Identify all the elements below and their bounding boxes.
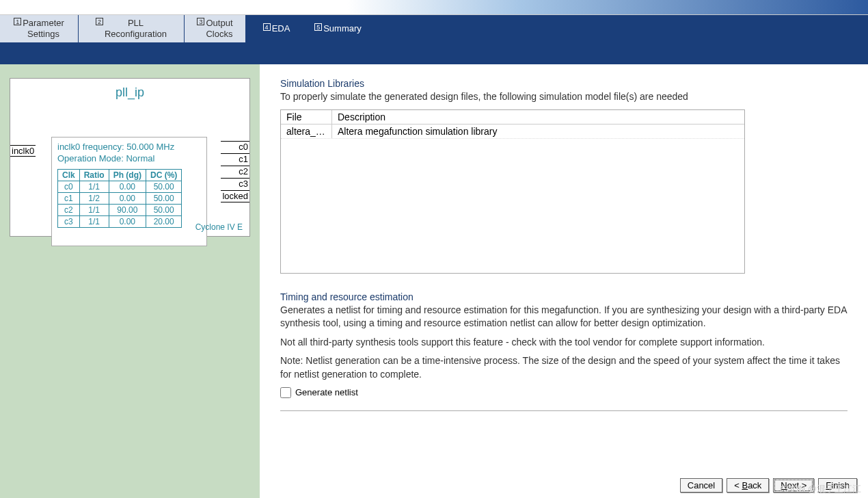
sub-header-bar xyxy=(0,42,868,64)
timing-section-title: Timing and resource estimation xyxy=(280,291,847,302)
cancel-button[interactable]: Cancel xyxy=(680,478,722,493)
clk-header: Clk xyxy=(58,169,80,181)
info-mode: Operation Mode: Normal xyxy=(57,153,201,165)
timing-paragraph: Note: Netlist generation can be a time-i… xyxy=(280,354,847,381)
back-button[interactable]: < Back xyxy=(727,478,769,493)
finish-button[interactable]: Finish xyxy=(818,478,857,493)
sim-libraries-desc: To properly simulate the generated desig… xyxy=(280,90,847,104)
tab-number: 4 xyxy=(263,23,271,31)
input-port: inclk0 xyxy=(10,145,36,157)
output-port: c0 xyxy=(221,141,249,154)
timing-paragraph: Not all third-party synthesis tools supp… xyxy=(280,336,847,350)
block-diagram: pll_ip inclk0 inclk0 frequency: 50.000 M… xyxy=(10,78,250,237)
cell-description: Altera megafunction simulation library xyxy=(332,124,744,138)
block-title: pll_ip xyxy=(14,86,245,100)
divider xyxy=(280,410,847,411)
cell-file: altera_mf xyxy=(281,124,332,138)
info-frequency: inclk0 frequency: 50.000 MHz xyxy=(57,142,201,153)
tab-text: ParameterSettings xyxy=(23,18,64,39)
clk-header: DC (%) xyxy=(146,169,182,181)
wizard-tabs: 1ParameterSettings 2PLLReconfiguration 3… xyxy=(0,15,868,42)
wizard-buttons: Cancel < Back Next > Finish xyxy=(680,478,857,493)
sim-libraries-title: Simulation Libraries xyxy=(280,78,847,89)
output-port: c2 xyxy=(221,166,249,179)
tab-text: Summary xyxy=(323,23,362,34)
next-button[interactable]: Next > xyxy=(773,478,814,493)
tab-number: 3 xyxy=(197,18,204,25)
tab-parameter-settings[interactable]: 1ParameterSettings xyxy=(0,15,79,42)
tab-pll-reconfiguration[interactable]: 2PLLReconfiguration xyxy=(79,15,185,42)
table-row[interactable]: altera_mf Altera megafunction simulation… xyxy=(281,124,744,139)
tab-number: 5 xyxy=(314,23,322,31)
tab-text: PLLReconfiguration xyxy=(105,18,167,39)
tab-output-clocks[interactable]: 3OutputClocks xyxy=(185,15,246,42)
tab-number: 1 xyxy=(14,18,21,25)
device-family-label: Cyclone IV E xyxy=(195,222,243,232)
generate-netlist-checkbox[interactable] xyxy=(280,387,291,398)
tab-text: EDA xyxy=(272,23,290,34)
col-header-description: Description xyxy=(332,110,744,124)
output-port: c3 xyxy=(221,179,249,191)
tab-text: OutputClocks xyxy=(206,18,232,39)
table-header-row: File Description xyxy=(281,110,744,124)
output-port: c1 xyxy=(221,154,249,166)
output-port: locked xyxy=(221,191,249,203)
pll-info-box: inclk0 frequency: 50.000 MHz Operation M… xyxy=(51,137,207,246)
settings-panel: Simulation Libraries To properly simulat… xyxy=(260,64,868,498)
tab-eda[interactable]: 4EDA xyxy=(246,15,308,42)
timing-paragraph: Generates a netlist for timing and resou… xyxy=(280,304,847,330)
output-ports: c0 c1 c2 c3 locked xyxy=(221,141,249,202)
sim-libraries-table: File Description altera_mf Altera megafu… xyxy=(280,109,745,274)
clk-header: Ratio xyxy=(79,169,109,181)
clock-table: Clk Ratio Ph (dg) DC (%) c01/10.0050.00 … xyxy=(57,169,182,228)
preview-panel: pll_ip inclk0 inclk0 frequency: 50.000 M… xyxy=(0,64,260,498)
title-bar-gradient xyxy=(0,0,868,15)
generate-netlist-label: Generate netlist xyxy=(295,387,358,397)
main-content: pll_ip inclk0 inclk0 frequency: 50.000 M… xyxy=(0,64,868,498)
col-header-file: File xyxy=(281,110,332,124)
tab-summary[interactable]: 5Summary xyxy=(308,15,369,42)
tab-number: 2 xyxy=(96,18,103,25)
clk-header: Ph (dg) xyxy=(109,169,146,181)
